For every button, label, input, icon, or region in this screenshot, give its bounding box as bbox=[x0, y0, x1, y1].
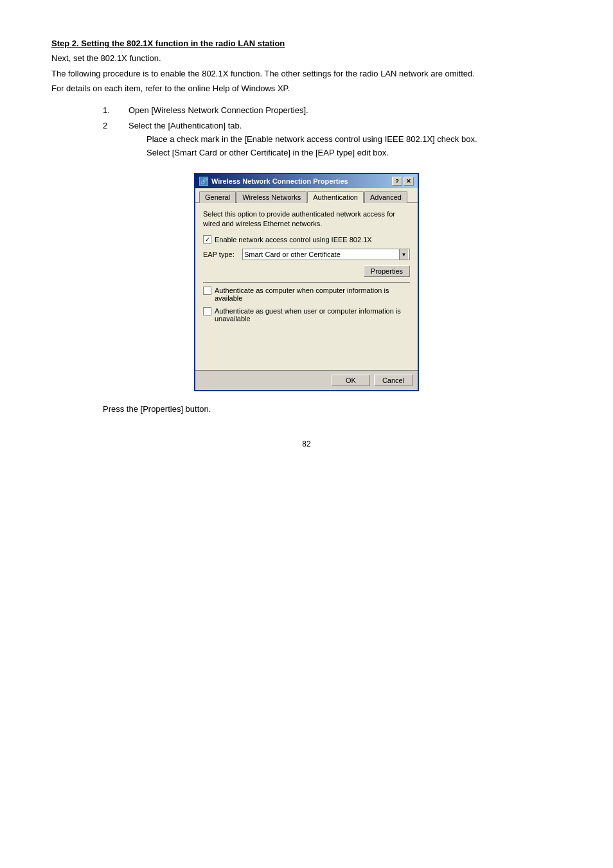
properties-button[interactable]: Properties bbox=[364, 265, 410, 277]
dialog-content: Select this option to provide authentica… bbox=[195, 203, 418, 370]
tab-authentication[interactable]: Authentication bbox=[307, 191, 364, 203]
list-content-2: Select the [Authentication] tab. Place a… bbox=[129, 120, 477, 159]
dialog-footer: OK Cancel bbox=[195, 370, 418, 390]
instructions-list: 1. Open [Wireless Network Connection Pro… bbox=[103, 104, 562, 160]
auth-computer-label: Authenticate as computer when computer i… bbox=[215, 287, 410, 302]
divider bbox=[203, 282, 410, 283]
auth-computer-checkbox[interactable] bbox=[203, 287, 211, 295]
auth-guest-row[interactable]: Authenticate as guest when user or compu… bbox=[203, 307, 410, 323]
auth-guest-checkbox[interactable] bbox=[203, 307, 211, 315]
tab-wireless-networks[interactable]: Wireless Networks bbox=[236, 191, 306, 203]
help-button[interactable]: ? bbox=[392, 177, 402, 186]
cancel-button[interactable]: Cancel bbox=[374, 375, 413, 386]
list-num-1: 1. bbox=[103, 104, 129, 118]
titlebar-left: 🔗 Wireless Network Connection Properties bbox=[199, 177, 348, 186]
tab-advanced[interactable]: Advanced bbox=[364, 191, 407, 203]
eap-value: Smart Card or other Certificate bbox=[244, 251, 341, 258]
eap-row: EAP type: Smart Card or other Certificat… bbox=[203, 249, 410, 260]
list-content-1: Open [Wireless Network Connection Proper… bbox=[129, 104, 308, 118]
enable-checkbox[interactable] bbox=[203, 235, 211, 244]
auth-computer-row[interactable]: Authenticate as computer when computer i… bbox=[203, 287, 410, 302]
body-line2: The following procedure is to enable the… bbox=[51, 67, 562, 80]
body-line3: For details on each item, refer to the o… bbox=[51, 82, 562, 95]
page-number: 82 bbox=[51, 439, 562, 448]
ok-button[interactable]: OK bbox=[332, 375, 370, 386]
titlebar-controls[interactable]: ? ✕ bbox=[392, 177, 414, 186]
dialog-container: 🔗 Wireless Network Connection Properties… bbox=[194, 173, 419, 391]
dialog-tabs: General Wireless Networks Authentication… bbox=[195, 188, 418, 203]
select-arrow-icon[interactable]: ▼ bbox=[399, 249, 408, 260]
eap-select[interactable]: Smart Card or other Certificate ▼ bbox=[242, 249, 410, 260]
list-item-2: 2 Select the [Authentication] tab. Place… bbox=[103, 120, 562, 159]
dialog-title: Wireless Network Connection Properties bbox=[211, 177, 348, 185]
dialog-icon: 🔗 bbox=[199, 177, 208, 186]
dialog-titlebar: 🔗 Wireless Network Connection Properties… bbox=[195, 174, 418, 188]
dialog-description: Select this option to provide authentica… bbox=[203, 209, 410, 229]
close-button[interactable]: ✕ bbox=[404, 177, 414, 186]
enable-checkbox-row[interactable]: Enable network access control using IEEE… bbox=[203, 235, 410, 244]
press-note: Press the [Properties] button. bbox=[103, 404, 562, 414]
sub-line-1: Place a check mark in the [Enable networ… bbox=[147, 133, 477, 146]
auth-guest-label: Authenticate as guest when user or compu… bbox=[215, 307, 401, 323]
enable-checkbox-label: Enable network access control using IEEE… bbox=[215, 236, 372, 244]
eap-label: EAP type: bbox=[203, 251, 238, 258]
body-line1: Next, set the 802.1X function. bbox=[51, 52, 562, 65]
tab-general[interactable]: General bbox=[199, 191, 236, 203]
dialog-window: 🔗 Wireless Network Connection Properties… bbox=[194, 173, 419, 391]
list-num-2: 2 bbox=[103, 120, 129, 159]
sub-line-2: Select [Smart Card or other Certificate]… bbox=[147, 146, 477, 160]
properties-btn-row: Properties bbox=[203, 265, 410, 277]
step-heading: Step 2. Setting the 802.1X function in t… bbox=[51, 39, 562, 48]
list-item-1: 1. Open [Wireless Network Connection Pro… bbox=[103, 104, 562, 118]
